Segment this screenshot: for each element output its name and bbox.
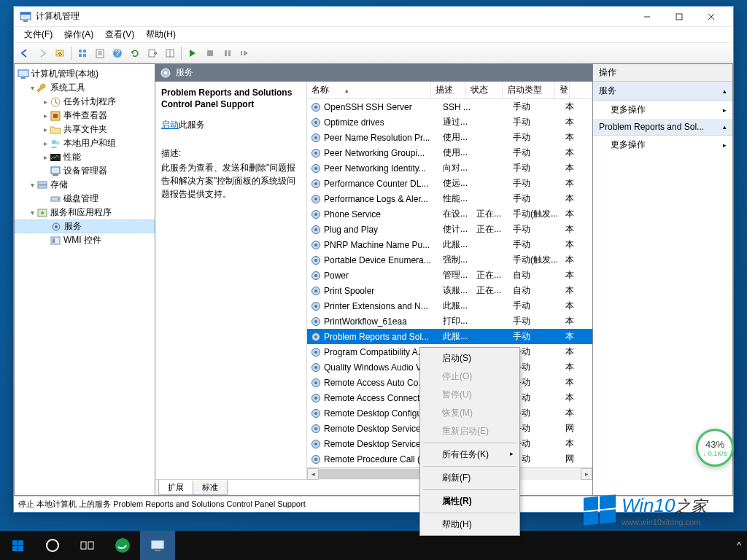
start-link[interactable]: 启动 (161, 120, 179, 130)
svc-logon: 本 (565, 407, 580, 419)
sort-asc-icon: ▴ (345, 87, 349, 94)
service-row[interactable]: Performance Counter DL...使远...手动本 (307, 176, 592, 191)
svc-startup: 手动 (513, 300, 565, 312)
ctx-start[interactable]: 启动(S) (422, 349, 518, 368)
minimize-button[interactable] (631, 7, 663, 26)
tree-pane[interactable]: 计算机管理(本地) ▾系统工具 ▸任务计划程序 ▸事件查看器 ▸共享文件夹 ▸本… (14, 63, 155, 496)
speed-widget[interactable]: 43% ↓ 0.1K/s (696, 429, 734, 467)
menu-file[interactable]: 文件(F) (18, 27, 58, 42)
nav-forward-icon[interactable] (34, 45, 50, 61)
service-row[interactable]: Peer Name Resolution Pr...使用...手动本 (307, 130, 592, 145)
expander-icon[interactable]: ▸ (41, 139, 50, 147)
ctx-refresh[interactable]: 刷新(F) (422, 469, 518, 487)
tree-perf[interactable]: ▸性能 (15, 150, 155, 164)
menu-help[interactable]: 帮助(H) (140, 27, 182, 42)
tab-standard[interactable]: 标准 (193, 481, 228, 495)
service-row[interactable]: OpenSSH SSH ServerSSH ...手动本 (307, 99, 592, 114)
col-name[interactable]: 名称▴ (307, 82, 431, 98)
cortana-button[interactable] (35, 531, 70, 560)
system-tray[interactable]: ^ (737, 540, 747, 551)
stop-icon[interactable] (202, 45, 218, 61)
tree-storage[interactable]: ▾存储 (15, 178, 155, 192)
col-desc[interactable]: 描述 (431, 82, 466, 98)
task-edge[interactable] (105, 531, 140, 560)
service-row[interactable]: Peer Networking Identity...向对...手动本 (307, 160, 592, 176)
col-startup[interactable]: 启动类型 (503, 82, 555, 98)
svc-name: Performance Counter DL... (324, 179, 443, 189)
expander-icon[interactable]: ▾ (28, 84, 36, 92)
menu-action[interactable]: 操作(A) (58, 27, 99, 42)
expander-icon[interactable]: ▾ (28, 181, 36, 189)
help-icon[interactable]: ? (109, 45, 125, 61)
service-row[interactable]: Print Spooler该服...正在...自动本 (307, 283, 592, 298)
actions-section-services[interactable]: 服务▴ (593, 82, 732, 101)
pause-icon[interactable] (220, 45, 236, 61)
task-mmc-active[interactable] (140, 531, 175, 560)
close-button[interactable] (695, 7, 727, 26)
service-row[interactable]: PrintWorkflow_61eaa打印...手动本 (307, 314, 592, 329)
tree-wmi[interactable]: WMI 控件 (15, 233, 155, 247)
service-row[interactable]: Plug and Play使计...正在...手动本 (307, 222, 592, 237)
tree-devmgr[interactable]: 设备管理器 (15, 164, 155, 178)
svg-rect-103 (151, 540, 164, 549)
tree-systools[interactable]: ▾系统工具 (15, 81, 155, 95)
ctx-props[interactable]: 属性(R) (422, 492, 518, 510)
refresh-icon[interactable] (127, 45, 143, 61)
tree-scheduler[interactable]: ▸任务计划程序 (15, 95, 155, 109)
restart-icon[interactable] (237, 45, 253, 61)
expander-icon[interactable]: ▸ (41, 125, 50, 133)
actions-more-2[interactable]: 更多操作▸ (593, 136, 732, 154)
tree-svcapps[interactable]: ▾服务和应用程序 (15, 206, 155, 219)
start-button[interactable] (0, 531, 35, 560)
svg-point-84 (314, 381, 317, 384)
col-logon[interactable]: 登 (555, 82, 570, 98)
actions-section-selected[interactable]: Problem Reports and Sol...▴ (593, 119, 732, 136)
service-row[interactable]: Phone Service在设...正在...手动(触发...本 (307, 206, 592, 222)
nav-back-icon[interactable] (17, 45, 33, 61)
tree-services[interactable]: 服务 (15, 219, 155, 233)
service-row[interactable]: Peer Networking Groupi...使用...手动本 (307, 145, 592, 160)
service-row[interactable]: Printer Extensions and N...此服...手动本 (307, 298, 592, 314)
nav-up-icon[interactable] (52, 45, 68, 61)
scroll-right-icon[interactable]: ▸ (581, 468, 592, 480)
props-icon[interactable] (92, 45, 108, 61)
service-row[interactable]: Optimize drives通过...手动本 (307, 114, 592, 130)
tree-shared[interactable]: ▸共享文件夹 (15, 122, 155, 136)
expander-icon[interactable]: ▾ (28, 209, 36, 217)
col-status[interactable]: 状态 (466, 82, 503, 98)
taskview-button[interactable] (70, 531, 105, 560)
ctx-alltasks[interactable]: 所有任务(K)▸ (422, 446, 518, 464)
expander-icon[interactable]: ▸ (41, 98, 50, 106)
service-row[interactable]: Power管理...正在...自动本 (307, 268, 592, 283)
service-row[interactable]: Portable Device Enumera...强制...手动(触发...本 (307, 252, 592, 268)
svc-logon: 本 (565, 269, 580, 281)
ctx-help[interactable]: 帮助(H) (422, 516, 518, 534)
svcapps-icon (36, 207, 48, 219)
scroll-left-icon[interactable]: ◂ (307, 468, 319, 480)
service-row[interactable]: Problem Reports and Sol...此服...手动本 (307, 329, 592, 344)
service-row[interactable]: PNRP Machine Name Pu...此服...手动本 (307, 237, 592, 252)
svc-logon: 本 (565, 101, 580, 113)
svg-rect-29 (53, 114, 58, 118)
maximize-button[interactable] (663, 7, 695, 26)
tree-diskmgmt[interactable]: 磁盘管理 (15, 192, 155, 206)
svc-desc: 该服... (443, 284, 476, 297)
actions-more-1[interactable]: 更多操作▸ (593, 101, 732, 119)
expander-icon[interactable]: ▸ (41, 153, 50, 161)
svg-point-88 (314, 412, 317, 415)
play-icon[interactable] (185, 45, 201, 61)
tab-extended[interactable]: 扩展 (158, 481, 193, 495)
columns-icon[interactable] (162, 45, 178, 61)
tree-localusers[interactable]: ▸本地用户和组 (15, 136, 155, 150)
menu-view[interactable]: 查看(V) (99, 27, 140, 42)
svg-point-92 (314, 443, 317, 446)
svc-name: OpenSSH SSH Server (324, 102, 443, 112)
tree-eventviewer[interactable]: ▸事件查看器 (15, 109, 155, 122)
tray-chevron-icon[interactable]: ^ (737, 540, 741, 551)
service-row[interactable]: Performance Logs & Aler...性能...手动本 (307, 191, 592, 206)
expander-icon[interactable]: ▸ (41, 112, 50, 120)
tree-root[interactable]: 计算机管理(本地) (15, 67, 155, 81)
context-menu: 启动(S) 停止(O) 暂停(U) 恢复(M) 重新启动(E) 所有任务(K)▸… (419, 347, 520, 536)
views-icon[interactable] (74, 45, 90, 61)
export-icon[interactable] (144, 45, 160, 61)
